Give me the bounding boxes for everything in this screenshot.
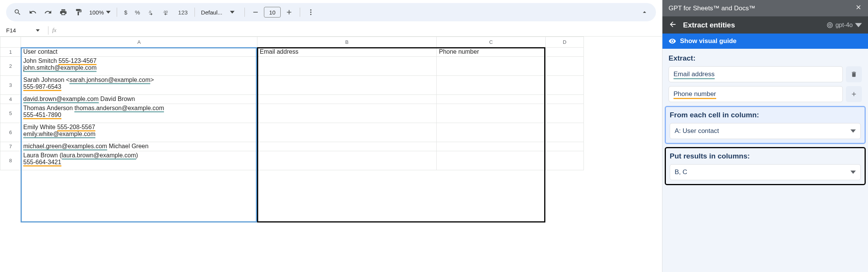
- cell[interactable]: [437, 151, 546, 170]
- cell[interactable]: [257, 123, 437, 142]
- cell[interactable]: [257, 104, 437, 123]
- collapse-toolbar-icon[interactable]: [638, 5, 651, 19]
- from-label: From each cell in column:: [670, 111, 861, 119]
- sidebar-header: GPT for Sheets™ and Docs™: [662, 0, 868, 16]
- sidebar-title: GPT for Sheets™ and Docs™: [669, 5, 755, 12]
- currency-format[interactable]: $: [121, 9, 130, 16]
- col-header-B[interactable]: B: [257, 37, 437, 48]
- increase-decimal-icon[interactable]: .00: [160, 5, 174, 19]
- redo-icon[interactable]: [41, 5, 55, 19]
- put-columns-select[interactable]: B, C: [670, 164, 861, 180]
- percent-format[interactable]: %: [132, 9, 143, 16]
- cell[interactable]: [437, 123, 546, 142]
- format-123[interactable]: 123: [175, 9, 191, 16]
- increase-font-icon[interactable]: [282, 5, 296, 19]
- sidebar-nav-title: Extract entities: [683, 21, 820, 29]
- cell[interactable]: [546, 104, 584, 123]
- cell[interactable]: [437, 76, 546, 95]
- from-column-section: From each cell in column: A: User contac…: [665, 106, 866, 144]
- cell[interactable]: [257, 57, 437, 76]
- eye-icon: [669, 37, 676, 45]
- fx-label: fx: [52, 27, 56, 34]
- row-header[interactable]: 7: [0, 142, 21, 151]
- col-header-A[interactable]: A: [21, 37, 257, 48]
- search-icon[interactable]: [11, 5, 24, 19]
- spreadsheet-grid[interactable]: A B C D 1 User contact Email address Pho…: [0, 37, 584, 170]
- visual-guide-button[interactable]: Show visual guide: [662, 34, 868, 49]
- row-header[interactable]: 8: [0, 151, 21, 170]
- zoom-select[interactable]: 100%: [87, 9, 113, 16]
- from-column-select[interactable]: A: User contact: [670, 123, 861, 139]
- openai-icon: [826, 22, 833, 29]
- extract-entity-input-2[interactable]: Phone number: [669, 86, 843, 102]
- svg-point-2: [310, 10, 311, 11]
- cell[interactable]: [546, 95, 584, 104]
- cell[interactable]: Laura Brown (laura.brown@example.com)555…: [21, 151, 257, 170]
- cell[interactable]: Sarah Johnson <sarah.jonhson@example.com…: [21, 76, 257, 95]
- col-header-C[interactable]: C: [437, 37, 546, 48]
- delete-entity-icon[interactable]: [846, 66, 862, 82]
- font-size-input[interactable]: 10: [264, 7, 281, 18]
- row-header[interactable]: 2: [0, 57, 21, 76]
- name-box[interactable]: F14: [6, 27, 44, 34]
- cell[interactable]: User contact: [21, 48, 257, 57]
- print-icon[interactable]: [56, 5, 70, 19]
- cell[interactable]: [546, 123, 584, 142]
- cell[interactable]: [257, 142, 437, 151]
- svg-point-5: [827, 22, 833, 28]
- back-icon[interactable]: [669, 20, 677, 30]
- svg-text:.00: .00: [163, 10, 168, 14]
- cell[interactable]: [437, 142, 546, 151]
- add-entity-icon[interactable]: [846, 86, 862, 102]
- svg-point-4: [310, 14, 311, 15]
- cell[interactable]: [257, 76, 437, 95]
- svg-point-6: [829, 24, 831, 26]
- cell[interactable]: [257, 95, 437, 104]
- cell[interactable]: david.brown@example.com David Brown: [21, 95, 257, 104]
- cell[interactable]: John Smitch 555-123-4567john.smitch@exam…: [21, 57, 257, 76]
- row-header[interactable]: 1: [0, 48, 21, 57]
- svg-text:.0: .0: [148, 10, 151, 14]
- col-header-D[interactable]: D: [546, 37, 584, 48]
- sidebar: GPT for Sheets™ and Docs™ Extract entiti…: [662, 0, 868, 272]
- sidebar-nav: Extract entities gpt-4o: [662, 16, 868, 34]
- paint-format-icon[interactable]: [72, 5, 85, 19]
- cell[interactable]: [546, 142, 584, 151]
- cell[interactable]: [257, 151, 437, 170]
- row-header[interactable]: 3: [0, 76, 21, 95]
- cell[interactable]: Email address: [257, 48, 437, 57]
- model-select[interactable]: gpt-4o: [826, 22, 862, 29]
- cell[interactable]: michael.green@examples.com Michael Green: [21, 142, 257, 151]
- cell[interactable]: [546, 48, 584, 57]
- cell[interactable]: [437, 95, 546, 104]
- cell[interactable]: [437, 104, 546, 123]
- cell[interactable]: [546, 76, 584, 95]
- put-label: Put results in columns:: [670, 152, 861, 160]
- svg-point-3: [310, 11, 311, 13]
- put-results-section: Put results in columns: B, C: [665, 147, 866, 185]
- row-header[interactable]: 6: [0, 123, 21, 142]
- formula-bar: F14 fx: [0, 24, 662, 37]
- undo-icon[interactable]: [26, 5, 40, 19]
- cell[interactable]: [546, 57, 584, 76]
- row-header[interactable]: 5: [0, 104, 21, 123]
- row-header[interactable]: 4: [0, 95, 21, 104]
- font-select[interactable]: Defaul...: [199, 9, 241, 16]
- cell[interactable]: Thomas Anderson thomas.anderson@example.…: [21, 104, 257, 123]
- extract-entity-input-1[interactable]: Email address: [669, 66, 843, 82]
- more-icon[interactable]: [304, 5, 318, 19]
- toolbar: 100% $ % .0 .00 123 Defaul... 10: [6, 3, 656, 21]
- close-icon[interactable]: [855, 4, 862, 13]
- cell[interactable]: [546, 151, 584, 170]
- decrease-font-icon[interactable]: [249, 5, 262, 19]
- extract-label: Extract:: [669, 54, 862, 62]
- cell[interactable]: Phone number: [437, 48, 546, 57]
- select-all-corner[interactable]: [0, 37, 21, 48]
- decrease-decimal-icon[interactable]: .0: [145, 5, 158, 19]
- cell[interactable]: [437, 57, 546, 76]
- cell[interactable]: Emily White 555-208-5567emily.white@exam…: [21, 123, 257, 142]
